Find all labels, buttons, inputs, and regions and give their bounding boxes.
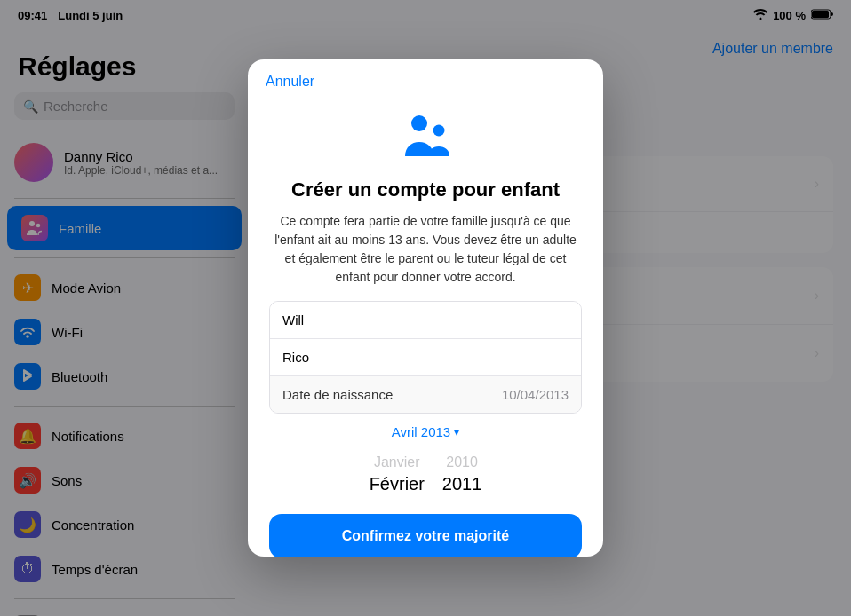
- create-child-account-modal: Annuler Créer un compte pour enfant Ce c…: [248, 59, 603, 557]
- firstname-field[interactable]: Will: [270, 302, 581, 339]
- year-current: 2011: [442, 474, 482, 494]
- month-prev: Janvier: [374, 454, 420, 470]
- modal-title: Créer un compte pour enfant: [248, 178, 603, 212]
- year-column: 2010 2011: [442, 454, 482, 494]
- date-label: Date de naissance: [282, 387, 502, 402]
- confirm-majority-button[interactable]: Confirmez votre majorité: [269, 514, 582, 557]
- month-selector[interactable]: Avril 2013 ▾: [248, 414, 603, 443]
- svg-point-6: [433, 125, 445, 137]
- svg-point-5: [411, 115, 427, 131]
- modal-icon-container: [248, 90, 603, 178]
- date-value: 10/04/2013: [502, 387, 569, 402]
- month-column: Janvier Février: [370, 454, 425, 494]
- birthdate-row[interactable]: Date de naissance 10/04/2013: [270, 376, 581, 413]
- month-current: Février: [370, 474, 425, 494]
- annuler-button[interactable]: Annuler: [266, 74, 314, 90]
- modal-description: Ce compte fera partie de votre famille j…: [248, 212, 603, 301]
- month-selected-label: Avril 2013: [392, 424, 450, 439]
- year-prev: 2010: [446, 454, 478, 470]
- family-icon: [394, 107, 457, 170]
- modal-backdrop: Annuler Créer un compte pour enfant Ce c…: [0, 0, 851, 616]
- modal-input-fields: Will Rico Date de naissance 10/04/2013: [269, 301, 582, 414]
- date-picker-scroll[interactable]: Janvier Février 2010 2011: [248, 443, 603, 505]
- lastname-field[interactable]: Rico: [270, 339, 581, 376]
- modal-header: Annuler: [248, 59, 603, 90]
- chevron-down-icon: ▾: [454, 426, 459, 438]
